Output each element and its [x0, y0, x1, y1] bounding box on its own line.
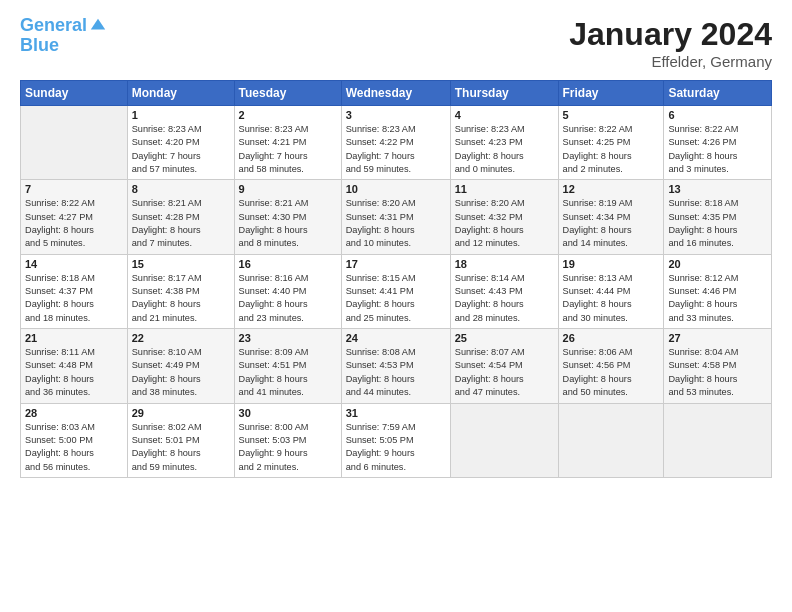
- day-number: 15: [132, 258, 230, 270]
- day-number: 2: [239, 109, 337, 121]
- day-info: Sunrise: 8:02 AMSunset: 5:01 PMDaylight:…: [132, 421, 230, 474]
- calendar-cell: 19Sunrise: 8:13 AMSunset: 4:44 PMDayligh…: [558, 254, 664, 328]
- day-number: 10: [346, 183, 446, 195]
- day-info: Sunrise: 8:09 AMSunset: 4:51 PMDaylight:…: [239, 346, 337, 399]
- calendar-cell: [450, 403, 558, 477]
- day-number: 27: [668, 332, 767, 344]
- day-info: Sunrise: 8:21 AMSunset: 4:28 PMDaylight:…: [132, 197, 230, 250]
- logo-text-blue: Blue: [20, 36, 107, 56]
- day-info: Sunrise: 8:00 AMSunset: 5:03 PMDaylight:…: [239, 421, 337, 474]
- day-number: 3: [346, 109, 446, 121]
- weekday-thursday: Thursday: [450, 81, 558, 106]
- logo: General Blue: [20, 16, 107, 56]
- day-number: 13: [668, 183, 767, 195]
- day-number: 8: [132, 183, 230, 195]
- day-info: Sunrise: 8:23 AMSunset: 4:20 PMDaylight:…: [132, 123, 230, 176]
- day-info: Sunrise: 8:23 AMSunset: 4:21 PMDaylight:…: [239, 123, 337, 176]
- day-info: Sunrise: 8:22 AMSunset: 4:26 PMDaylight:…: [668, 123, 767, 176]
- weekday-wednesday: Wednesday: [341, 81, 450, 106]
- week-row-4: 21Sunrise: 8:11 AMSunset: 4:48 PMDayligh…: [21, 329, 772, 403]
- calendar-cell: 6Sunrise: 8:22 AMSunset: 4:26 PMDaylight…: [664, 106, 772, 180]
- day-number: 4: [455, 109, 554, 121]
- calendar-cell: 7Sunrise: 8:22 AMSunset: 4:27 PMDaylight…: [21, 180, 128, 254]
- calendar-page: General Blue January 2024 Effelder, Germ…: [0, 0, 792, 612]
- calendar-cell: 25Sunrise: 8:07 AMSunset: 4:54 PMDayligh…: [450, 329, 558, 403]
- calendar-cell: 16Sunrise: 8:16 AMSunset: 4:40 PMDayligh…: [234, 254, 341, 328]
- calendar-cell: [664, 403, 772, 477]
- day-info: Sunrise: 8:23 AMSunset: 4:23 PMDaylight:…: [455, 123, 554, 176]
- day-number: 18: [455, 258, 554, 270]
- day-number: 6: [668, 109, 767, 121]
- calendar-cell: 5Sunrise: 8:22 AMSunset: 4:25 PMDaylight…: [558, 106, 664, 180]
- day-number: 23: [239, 332, 337, 344]
- day-info: Sunrise: 8:19 AMSunset: 4:34 PMDaylight:…: [563, 197, 660, 250]
- day-number: 25: [455, 332, 554, 344]
- day-info: Sunrise: 8:18 AMSunset: 4:37 PMDaylight:…: [25, 272, 123, 325]
- day-number: 1: [132, 109, 230, 121]
- day-info: Sunrise: 8:13 AMSunset: 4:44 PMDaylight:…: [563, 272, 660, 325]
- calendar-cell: 8Sunrise: 8:21 AMSunset: 4:28 PMDaylight…: [127, 180, 234, 254]
- day-number: 20: [668, 258, 767, 270]
- svg-marker-0: [91, 19, 105, 30]
- day-info: Sunrise: 8:08 AMSunset: 4:53 PMDaylight:…: [346, 346, 446, 399]
- calendar-cell: 28Sunrise: 8:03 AMSunset: 5:00 PMDayligh…: [21, 403, 128, 477]
- day-number: 31: [346, 407, 446, 419]
- calendar-cell: 23Sunrise: 8:09 AMSunset: 4:51 PMDayligh…: [234, 329, 341, 403]
- day-info: Sunrise: 8:23 AMSunset: 4:22 PMDaylight:…: [346, 123, 446, 176]
- day-number: 26: [563, 332, 660, 344]
- title-section: January 2024 Effelder, Germany: [569, 16, 772, 70]
- day-number: 14: [25, 258, 123, 270]
- day-info: Sunrise: 8:07 AMSunset: 4:54 PMDaylight:…: [455, 346, 554, 399]
- calendar-cell: 30Sunrise: 8:00 AMSunset: 5:03 PMDayligh…: [234, 403, 341, 477]
- weekday-monday: Monday: [127, 81, 234, 106]
- calendar-cell: [21, 106, 128, 180]
- weekday-tuesday: Tuesday: [234, 81, 341, 106]
- calendar-cell: 17Sunrise: 8:15 AMSunset: 4:41 PMDayligh…: [341, 254, 450, 328]
- day-number: 7: [25, 183, 123, 195]
- logo-text: General: [20, 16, 87, 36]
- day-info: Sunrise: 8:04 AMSunset: 4:58 PMDaylight:…: [668, 346, 767, 399]
- day-info: Sunrise: 8:11 AMSunset: 4:48 PMDaylight:…: [25, 346, 123, 399]
- day-info: Sunrise: 8:10 AMSunset: 4:49 PMDaylight:…: [132, 346, 230, 399]
- day-info: Sunrise: 8:20 AMSunset: 4:31 PMDaylight:…: [346, 197, 446, 250]
- calendar-cell: 9Sunrise: 8:21 AMSunset: 4:30 PMDaylight…: [234, 180, 341, 254]
- calendar-cell: 21Sunrise: 8:11 AMSunset: 4:48 PMDayligh…: [21, 329, 128, 403]
- day-info: Sunrise: 8:15 AMSunset: 4:41 PMDaylight:…: [346, 272, 446, 325]
- week-row-5: 28Sunrise: 8:03 AMSunset: 5:00 PMDayligh…: [21, 403, 772, 477]
- week-row-3: 14Sunrise: 8:18 AMSunset: 4:37 PMDayligh…: [21, 254, 772, 328]
- weekday-friday: Friday: [558, 81, 664, 106]
- calendar-cell: 27Sunrise: 8:04 AMSunset: 4:58 PMDayligh…: [664, 329, 772, 403]
- calendar-cell: 20Sunrise: 8:12 AMSunset: 4:46 PMDayligh…: [664, 254, 772, 328]
- day-number: 22: [132, 332, 230, 344]
- day-info: Sunrise: 8:18 AMSunset: 4:35 PMDaylight:…: [668, 197, 767, 250]
- weekday-sunday: Sunday: [21, 81, 128, 106]
- calendar-subtitle: Effelder, Germany: [569, 53, 772, 70]
- calendar-table: SundayMondayTuesdayWednesdayThursdayFrid…: [20, 80, 772, 478]
- calendar-cell: 11Sunrise: 8:20 AMSunset: 4:32 PMDayligh…: [450, 180, 558, 254]
- calendar-cell: 29Sunrise: 8:02 AMSunset: 5:01 PMDayligh…: [127, 403, 234, 477]
- calendar-cell: 24Sunrise: 8:08 AMSunset: 4:53 PMDayligh…: [341, 329, 450, 403]
- calendar-title: January 2024: [569, 16, 772, 53]
- day-info: Sunrise: 8:22 AMSunset: 4:25 PMDaylight:…: [563, 123, 660, 176]
- calendar-cell: 3Sunrise: 8:23 AMSunset: 4:22 PMDaylight…: [341, 106, 450, 180]
- day-number: 12: [563, 183, 660, 195]
- calendar-cell: [558, 403, 664, 477]
- day-number: 17: [346, 258, 446, 270]
- calendar-cell: 1Sunrise: 8:23 AMSunset: 4:20 PMDaylight…: [127, 106, 234, 180]
- day-number: 30: [239, 407, 337, 419]
- day-info: Sunrise: 8:12 AMSunset: 4:46 PMDaylight:…: [668, 272, 767, 325]
- calendar-cell: 12Sunrise: 8:19 AMSunset: 4:34 PMDayligh…: [558, 180, 664, 254]
- day-info: Sunrise: 8:16 AMSunset: 4:40 PMDaylight:…: [239, 272, 337, 325]
- week-row-2: 7Sunrise: 8:22 AMSunset: 4:27 PMDaylight…: [21, 180, 772, 254]
- day-info: Sunrise: 8:21 AMSunset: 4:30 PMDaylight:…: [239, 197, 337, 250]
- day-number: 19: [563, 258, 660, 270]
- day-info: Sunrise: 8:22 AMSunset: 4:27 PMDaylight:…: [25, 197, 123, 250]
- header: General Blue January 2024 Effelder, Germ…: [20, 16, 772, 70]
- day-number: 11: [455, 183, 554, 195]
- calendar-cell: 18Sunrise: 8:14 AMSunset: 4:43 PMDayligh…: [450, 254, 558, 328]
- calendar-cell: 14Sunrise: 8:18 AMSunset: 4:37 PMDayligh…: [21, 254, 128, 328]
- week-row-1: 1Sunrise: 8:23 AMSunset: 4:20 PMDaylight…: [21, 106, 772, 180]
- weekday-saturday: Saturday: [664, 81, 772, 106]
- calendar-cell: 26Sunrise: 8:06 AMSunset: 4:56 PMDayligh…: [558, 329, 664, 403]
- day-info: Sunrise: 7:59 AMSunset: 5:05 PMDaylight:…: [346, 421, 446, 474]
